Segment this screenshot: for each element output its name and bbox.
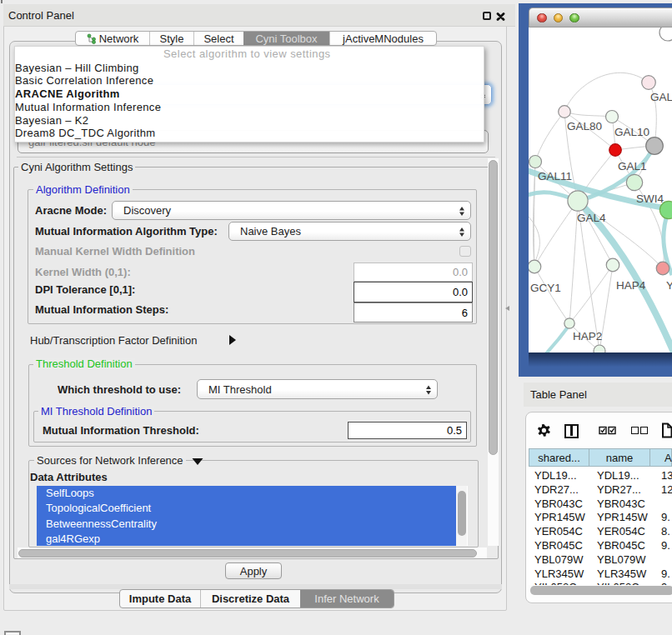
svg-text:GAL11: GAL11 — [538, 170, 572, 182]
svg-text:GAL: GAL — [650, 91, 672, 103]
svg-text:GAL1: GAL1 — [618, 160, 647, 172]
svg-text:SWI4: SWI4 — [636, 192, 664, 205]
svg-text:Y: Y — [666, 279, 672, 292]
svg-text:GAL4: GAL4 — [577, 212, 606, 224]
svg-text:GCY1: GCY1 — [530, 282, 561, 294]
svg-text:HAP4: HAP4 — [616, 279, 646, 292]
svg-text:HAP2: HAP2 — [573, 330, 602, 342]
svg-text:GAL80: GAL80 — [567, 120, 602, 132]
svg-text:GAL10: GAL10 — [614, 126, 649, 138]
